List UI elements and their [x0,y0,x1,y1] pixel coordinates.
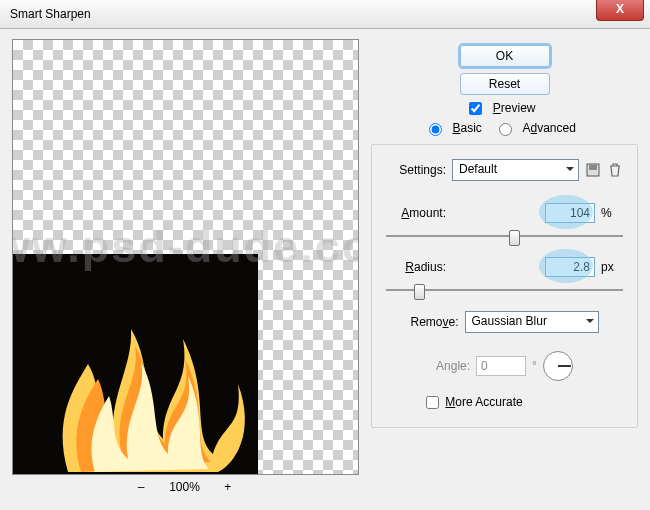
basic-radio[interactable] [429,123,442,136]
ok-button[interactable]: OK [460,45,550,67]
remove-combo[interactable]: Gaussian Blur [465,311,599,333]
preview-image [13,254,258,474]
titlebar[interactable]: Smart Sharpen X [0,0,650,29]
remove-label: Remove: [410,315,458,329]
settings-combo[interactable]: Default [452,159,579,181]
amount-slider[interactable] [386,227,623,245]
amount-input[interactable] [545,203,595,223]
advanced-label[interactable]: Advanced [522,121,575,135]
radius-thumb[interactable] [414,284,425,300]
preview-column: www.psd-dude.com – 100% + [12,39,357,495]
zoom-out-button[interactable]: – [131,479,151,495]
delete-preset-icon[interactable] [607,162,623,178]
svg-rect-2 [589,165,597,170]
angle-unit: ° [532,359,537,373]
radius-input[interactable] [545,257,595,277]
close-button[interactable]: X [596,0,644,21]
angle-input [476,356,526,376]
preview-checkbox[interactable] [469,102,482,115]
window-title: Smart Sharpen [0,7,91,21]
zoom-controls: – 100% + [12,479,357,495]
watermark: www.psd-dude.com [12,221,359,273]
preview-label[interactable]: Preview [493,101,536,115]
amount-thumb[interactable] [509,230,520,246]
zoom-in-button[interactable]: + [218,479,238,495]
amount-label: Amount: [386,206,446,220]
more-accurate-checkbox[interactable] [426,396,439,409]
zoom-percent: 100% [155,480,215,494]
preview-canvas[interactable]: www.psd-dude.com [12,39,359,475]
radius-unit: px [601,260,623,274]
settings-label: Settings: [386,163,446,177]
reset-button[interactable]: Reset [460,73,550,95]
radius-slider[interactable] [386,281,623,299]
options-panel: OK Reset Preview Basic Advanced Settings… [371,39,638,495]
radius-label: Radius: [386,260,446,274]
basic-label[interactable]: Basic [452,121,481,135]
angle-label: Angle: [436,359,470,373]
more-accurate-label[interactable]: More Accurate [445,395,522,409]
angle-dial[interactable] [543,351,573,381]
mode-radios: Basic Advanced [371,121,638,135]
dialog-content: www.psd-dude.com – 100% + OK Reset Previ… [0,29,650,505]
advanced-radio[interactable] [499,123,512,136]
settings-group: Settings: Default Amount: % [371,144,638,428]
save-preset-icon[interactable] [585,162,601,178]
smart-sharpen-dialog: Smart Sharpen X www.psd-dude.com – 100% [0,0,650,510]
amount-unit: % [601,206,623,220]
